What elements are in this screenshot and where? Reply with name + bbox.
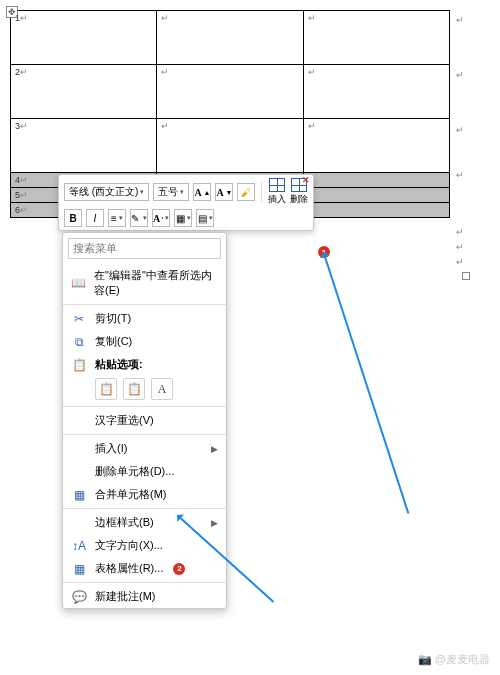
delete-table-button[interactable]: ✕ 删除 [290, 178, 308, 206]
scissors-icon: ✂ [71, 312, 87, 326]
merge-icon: ▦ [71, 488, 87, 502]
paste-text-only-button[interactable]: A [151, 378, 173, 400]
clipboard-icon: 📋 [71, 358, 87, 372]
annotation-arrow-icon [324, 256, 409, 513]
chevron-right-icon: ▶ [211, 518, 218, 528]
highlight-icon: ✎ [131, 213, 139, 224]
table-delete-icon: ✕ [291, 178, 307, 192]
paragraph-mark-icon: ↵ [456, 227, 464, 237]
insert-dropdown-button[interactable]: ▤▾ [196, 209, 214, 227]
bold-button[interactable]: B [64, 209, 82, 227]
align-button[interactable]: ≡▾ [108, 209, 126, 227]
watermark: 📷 @麦麦电器 [418, 652, 490, 667]
table-icon [269, 178, 285, 192]
menu-item-table-properties[interactable]: ▦表格属性(R)...2 [63, 557, 226, 580]
align-icon: ≡ [111, 213, 117, 224]
highlight-button[interactable]: ✎▾ [130, 209, 148, 227]
font-size-select[interactable]: 五号▾ [153, 183, 189, 201]
font-name-select[interactable]: 等线 (西文正文)▾ [64, 183, 149, 201]
border-icon: ▦ [176, 213, 185, 224]
format-painter-button[interactable]: 🖌 [237, 183, 255, 201]
book-icon: 📖 [71, 276, 86, 290]
table-properties-icon: ▦ [71, 562, 87, 576]
mini-toolbar: 等线 (西文正文)▾ 五号▾ A▲ A▼ 🖌 插入 ✕ 删除 B I ≡▾ ✎▾… [58, 174, 314, 231]
copy-icon: ⧉ [71, 335, 87, 349]
paragraph-mark-icon: ↵ [456, 242, 464, 252]
table-row: 3↵↵↵ [11, 119, 450, 173]
font-color-icon: A [153, 213, 160, 224]
shrink-font-button[interactable]: A▼ [215, 183, 233, 201]
paragraph-mark-icon: ↵ [456, 15, 464, 25]
menu-item-reconvert[interactable]: 汉字重选(V) [63, 409, 226, 432]
paintbrush-icon: 🖌 [241, 187, 251, 198]
table-resize-handle-icon[interactable] [462, 272, 470, 280]
menu-item-delete-cells[interactable]: 删除单元格(D)... [63, 460, 226, 483]
menu-item-merge-cells[interactable]: ▦合并单元格(M) [63, 483, 226, 506]
menu-item-new-comment[interactable]: 💬新建批注(M) [63, 585, 226, 608]
menu-item-insert[interactable]: 插入(I)▶ [63, 437, 226, 460]
italic-button[interactable]: I [86, 209, 104, 227]
annotation-badge: 2 [173, 563, 185, 575]
menu-search-input[interactable]: 搜索菜单 [68, 238, 221, 259]
menu-item-border-styles[interactable]: 边框样式(B)▶ [63, 511, 226, 534]
table-row: 1↵↵↵ [11, 11, 450, 65]
font-color-button[interactable]: A▾ [152, 209, 170, 227]
grid-icon: ▤ [198, 213, 207, 224]
paragraph-mark-icon: ↵ [456, 125, 464, 135]
table-row: 2↵↵↵ [11, 65, 450, 119]
grow-font-button[interactable]: A▲ [193, 183, 211, 201]
context-menu: 搜索菜单 📖在"编辑器"中查看所选内容(E) ✂剪切(T) ⧉复制(C) 📋粘贴… [62, 232, 227, 609]
comment-icon: 💬 [71, 590, 87, 604]
menu-item-look-up[interactable]: 📖在"编辑器"中查看所选内容(E) [63, 264, 226, 302]
menu-item-paste-options: 📋粘贴选项: [63, 353, 226, 376]
insert-table-button[interactable]: 插入 [268, 178, 286, 206]
menu-item-cut[interactable]: ✂剪切(T) [63, 307, 226, 330]
chevron-right-icon: ▶ [211, 444, 218, 454]
paragraph-mark-icon: ↵ [456, 70, 464, 80]
paragraph-mark-icon: ↵ [456, 170, 464, 180]
menu-item-copy[interactable]: ⧉复制(C) [63, 330, 226, 353]
borders-button[interactable]: ▦▾ [174, 209, 192, 227]
paragraph-mark-icon: ↵ [456, 257, 464, 267]
paste-keep-source-button[interactable]: 📋 [95, 378, 117, 400]
text-direction-icon: ↕A [71, 539, 87, 553]
paste-merge-button[interactable]: 📋 [123, 378, 145, 400]
